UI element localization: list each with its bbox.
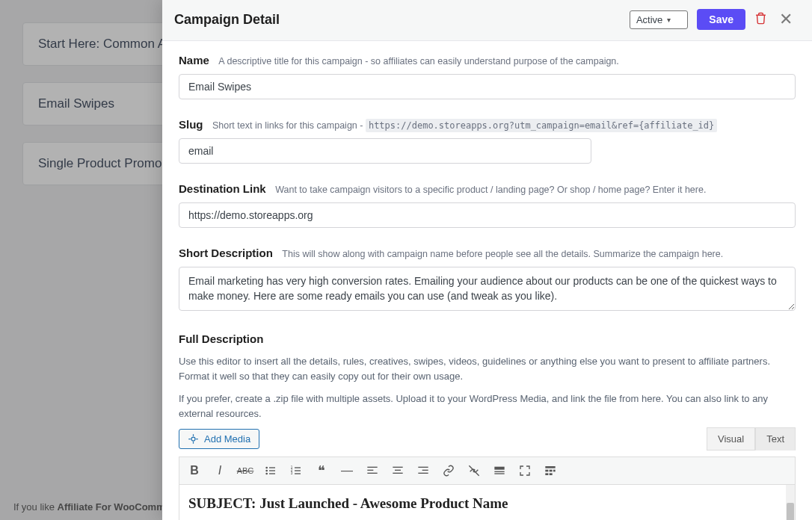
- svg-rect-21: [418, 473, 428, 474]
- svg-rect-23: [494, 471, 504, 472]
- svg-rect-24: [494, 473, 504, 474]
- svg-rect-30: [550, 473, 553, 475]
- svg-rect-8: [295, 467, 301, 468]
- field-slug: Slug Short text in links for this campai…: [179, 116, 796, 164]
- status-select[interactable]: Active ▾: [630, 10, 688, 29]
- bold-icon[interactable]: B: [187, 463, 202, 478]
- svg-rect-22: [494, 467, 504, 470]
- short-desc-hint: This will show along with campaign name …: [282, 249, 723, 259]
- tab-text[interactable]: Text: [755, 427, 796, 451]
- svg-rect-27: [550, 470, 553, 472]
- strikethrough-icon[interactable]: ABC: [238, 463, 253, 478]
- name-input[interactable]: [179, 74, 796, 99]
- add-media-button[interactable]: Add Media: [179, 429, 259, 449]
- svg-rect-17: [395, 470, 401, 471]
- close-icon[interactable]: ✕: [776, 11, 796, 28]
- full-desc-label: Full Description: [179, 332, 263, 345]
- svg-text:3: 3: [291, 471, 293, 475]
- modal-body: Name A descriptive title for this campai…: [162, 41, 812, 520]
- svg-point-0: [191, 437, 195, 441]
- chevron-down-icon: ▾: [667, 16, 671, 24]
- campaign-detail-modal: Campaign Detail Active ▾ Save ✕ Name A d…: [162, 0, 812, 520]
- link-icon[interactable]: [441, 463, 456, 478]
- italic-icon[interactable]: I: [212, 463, 227, 478]
- horizontal-rule-icon[interactable]: ―: [339, 463, 354, 478]
- destination-hint: Want to take campaign visitors to a spec…: [275, 185, 706, 195]
- slug-hint: Short text in links for this campaign - …: [212, 119, 717, 132]
- align-left-icon[interactable]: [365, 463, 380, 478]
- field-destination: Destination Link Want to take campaign v…: [179, 180, 796, 228]
- svg-rect-26: [545, 470, 548, 472]
- svg-rect-14: [367, 470, 373, 471]
- svg-rect-19: [418, 467, 428, 468]
- editor-content[interactable]: SUBJECT: Just Launched - Awesome Product…: [179, 485, 796, 520]
- rich-editor: Add Media Visual Text B I ABC 123 ❝ ―: [179, 429, 796, 520]
- editor-tabs: Visual Text: [707, 427, 796, 451]
- svg-rect-10: [295, 470, 301, 471]
- svg-rect-12: [295, 473, 301, 474]
- modal-title: Campaign Detail: [174, 12, 621, 28]
- align-center-icon[interactable]: [390, 463, 405, 478]
- bullet-list-icon[interactable]: [263, 463, 278, 478]
- save-button[interactable]: Save: [697, 9, 745, 30]
- name-hint: A descriptive title for this campaign - …: [218, 56, 618, 66]
- align-right-icon[interactable]: [416, 463, 431, 478]
- name-label: Name: [179, 54, 209, 66]
- fullscreen-icon[interactable]: [517, 463, 532, 478]
- slug-label: Slug: [179, 118, 203, 131]
- modal-header: Campaign Detail Active ▾ Save ✕: [162, 0, 812, 41]
- unlink-icon[interactable]: [467, 463, 482, 478]
- read-more-icon[interactable]: [492, 463, 507, 478]
- svg-rect-6: [269, 473, 275, 474]
- numbered-list-icon[interactable]: 123: [289, 463, 304, 478]
- tab-visual[interactable]: Visual: [707, 427, 755, 451]
- slug-input[interactable]: [179, 138, 591, 164]
- destination-input[interactable]: [179, 202, 796, 228]
- scrollbar-thumb[interactable]: [787, 503, 794, 520]
- svg-point-5: [265, 473, 268, 475]
- full-desc-hint-1: Use this editor to insert all the detail…: [179, 354, 796, 384]
- short-desc-textarea[interactable]: Email marketing has very high conversion…: [179, 267, 796, 311]
- svg-rect-20: [422, 470, 428, 471]
- media-icon: [188, 433, 199, 445]
- svg-rect-18: [393, 473, 402, 474]
- scrollbar[interactable]: [786, 485, 795, 520]
- svg-point-1: [265, 467, 268, 469]
- field-name: Name A descriptive title for this campai…: [179, 52, 796, 99]
- editor-subject: SUBJECT: Just Launched - Awesome Product…: [188, 495, 786, 512]
- full-desc-hint-2: If you prefer, create a .zip file with m…: [179, 391, 796, 421]
- svg-rect-29: [545, 473, 548, 475]
- blockquote-icon[interactable]: ❝: [314, 463, 329, 478]
- svg-rect-2: [269, 467, 275, 468]
- toolbar-toggle-icon[interactable]: [543, 463, 558, 478]
- svg-rect-15: [367, 473, 377, 474]
- svg-rect-28: [553, 470, 556, 472]
- svg-point-3: [265, 470, 268, 472]
- trash-icon[interactable]: [754, 12, 767, 28]
- field-short-description: Short Description This will show along w…: [179, 244, 796, 314]
- svg-rect-4: [269, 470, 275, 471]
- svg-rect-13: [367, 467, 377, 468]
- editor-toolbar: B I ABC 123 ❝ ―: [179, 456, 796, 485]
- destination-label: Destination Link: [179, 182, 266, 195]
- field-full-description: Full Description Use this editor to inse…: [179, 330, 796, 520]
- svg-rect-16: [393, 467, 402, 468]
- svg-rect-25: [545, 466, 555, 468]
- short-desc-label: Short Description: [179, 247, 273, 259]
